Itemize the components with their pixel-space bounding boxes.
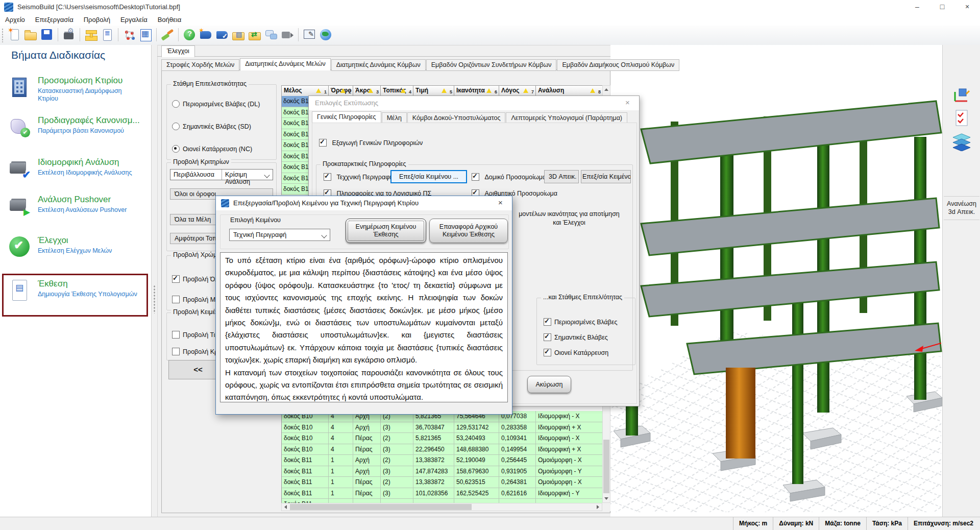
- table-row[interactable]: δοκός B111Πέρας(2)13,38387250,6235150,26…: [282, 477, 603, 488]
- table-row-clipped[interactable]: δοκός B1: [282, 118, 309, 129]
- sync-folder-icon[interactable]: [247, 27, 262, 42]
- new-project-icon[interactable]: [7, 27, 22, 42]
- edit-text-button[interactable]: Επεξ/σία Κειμένου ...: [390, 170, 467, 183]
- performance-radio-3[interactable]: Οιονεί Κατάρρευση (NC): [172, 144, 252, 152]
- sidebar-step-4[interactable]: Ανάλυση PushoverΕκτέλεση Αναλύσεων Pusho…: [8, 195, 145, 222]
- scroll-up-icon[interactable]: [603, 86, 610, 93]
- 3d-view-button[interactable]: 3D Απεικ. ...: [544, 170, 579, 183]
- sidebar-step-1[interactable]: Προσομοίωση ΚτιρίουΚατασκευαστική Διαμόρ…: [8, 76, 145, 103]
- cancel-button[interactable]: Ακύρωση: [527, 376, 571, 393]
- menu-item-view[interactable]: Προβολή: [79, 14, 115, 26]
- close-icon[interactable]: ×: [489, 196, 512, 210]
- tab-4[interactable]: Εμβαδόν Οριζόντιων Συνδετήρων Κόμβων: [426, 59, 557, 71]
- table-row-clipped[interactable]: δοκός B1: [282, 129, 309, 140]
- scroll-down-icon[interactable]: [603, 495, 610, 502]
- minimize-button[interactable]: –: [905, 0, 929, 14]
- table-row-clipped[interactable]: δοκός B1: [282, 184, 309, 195]
- save-project-icon[interactable]: [39, 27, 55, 42]
- section-editor-icon[interactable]: [83, 27, 99, 42]
- level-checkbox-3[interactable]: Οιονεί Κατάρρευση: [544, 348, 608, 356]
- print-tab-3[interactable]: Κόμβοι Δοκού-Υποστυλώματος: [407, 112, 506, 124]
- print-tab-2[interactable]: Μέλη: [382, 112, 407, 124]
- table-row[interactable]: δοκός B111Πέρας(3)101,028356162,5254250,…: [282, 488, 603, 499]
- column-header-6[interactable]: Ικανότητα6: [454, 86, 499, 96]
- update-report-text-button[interactable]: Ενημέρωση Κειμένου Έκθεσης: [346, 219, 426, 243]
- table-row[interactable]: δοκός B111Αρχή(3)147,874283158,6796300,9…: [282, 466, 603, 477]
- sidebar-step-3[interactable]: Ιδιομορφική ΑνάλυσηΕκτέλεση Ιδιομορφικής…: [8, 157, 145, 185]
- project-folder-icon[interactable]: [231, 27, 246, 42]
- table-row-clipped[interactable]: δοκός B1: [282, 140, 309, 151]
- video-icon[interactable]: [280, 27, 295, 42]
- screenshot-editor-icon[interactable]: [302, 27, 317, 42]
- layers-icon[interactable]: [952, 133, 971, 151]
- table-row-clipped[interactable]: δοκός B1: [282, 151, 309, 162]
- open-project-icon[interactable]: [23, 27, 38, 42]
- table-row-clipped[interactable]: δοκός B1: [282, 173, 309, 184]
- paintbrush-icon[interactable]: [160, 27, 175, 42]
- tab-3[interactable]: Διατμητικές Δυνάμεις Κόμβων: [331, 59, 426, 71]
- sidebar-step-6[interactable]: ΈκθεσηΔημιουργία Έκθεσης Υπολογισμών: [8, 279, 145, 306]
- tab-checks[interactable]: Έλεγχοι: [161, 45, 195, 57]
- table-row-clipped[interactable]: δοκός B1: [282, 96, 309, 107]
- scroll-left-icon[interactable]: [282, 503, 289, 511]
- vertical-scroll-thumb[interactable]: [603, 440, 609, 493]
- table-row[interactable]: δοκός B111Αρχή(2)13,38387252,1900490,256…: [282, 455, 603, 466]
- menu-item-tools[interactable]: Εργαλεία: [115, 14, 153, 26]
- column-header-8[interactable]: Ανάλυση8: [536, 86, 603, 96]
- building-description-textarea[interactable]: Το υπό εξέταση κτίριο είναι ένα {αριθμός…: [220, 252, 508, 402]
- column-header-1[interactable]: Μέλος1: [282, 86, 329, 96]
- column-header-4[interactable]: Τοπικός4: [381, 86, 413, 96]
- model-3d-icon[interactable]: [121, 27, 137, 42]
- checks-list-icon[interactable]: [952, 109, 971, 128]
- tutorial-book-icon[interactable]: [198, 27, 213, 42]
- menu-item-edit[interactable]: Επεξεργασία: [30, 14, 79, 26]
- menu-item-file[interactable]: Αρχείο: [0, 14, 30, 26]
- column-header-2[interactable]: Όροφο2: [329, 86, 353, 96]
- table-row[interactable]: δοκός B104Πέρας(3)22,296450148,6883800,1…: [282, 444, 603, 455]
- print-tab-4[interactable]: Λεπτομερείς Υπολογισμοί (Παράρτημα): [506, 112, 627, 124]
- tab-2[interactable]: Διατμητικές Δυνάμεις Μελών: [240, 58, 331, 71]
- text-selection-combobox[interactable]: Τεχνική Περιγραφή: [229, 229, 330, 241]
- column-header-3[interactable]: Άκρο3: [353, 86, 381, 96]
- tab-5[interactable]: Εμβαδόν Διαμήκους Οπλισμού Κόμβων: [557, 59, 679, 71]
- table-row-clipped[interactable]: δοκός B1: [282, 162, 309, 173]
- checks-book-icon[interactable]: [214, 27, 230, 42]
- structural-model-checkbox[interactable]: Δομικό Προσομοίωμα: [472, 172, 546, 180]
- export-general-info-checkbox[interactable]: Εξαγωγή Γενικών Πληροφοριών: [319, 138, 423, 146]
- column-header-7[interactable]: Λόγος7: [499, 86, 536, 96]
- level-checkbox-2[interactable]: Σημαντικές Βλάβες: [544, 332, 608, 341]
- 3d-axes-icon[interactable]: [952, 86, 971, 104]
- comments-icon[interactable]: [263, 27, 279, 42]
- edit-text-button-2[interactable]: Επεξ/σία Κειμένου ...: [581, 170, 631, 183]
- performance-radio-2[interactable]: Σημαντικές Βλάβες (SD): [172, 122, 251, 130]
- column-header-5[interactable]: Τιμή5: [413, 86, 454, 96]
- performance-radio-1[interactable]: Περιορισμένες Βλάβες (DL): [172, 99, 260, 107]
- sidebar-step-5[interactable]: ΈλεγχοιΕκτέλεση Ελέγχων Μελών: [8, 235, 145, 263]
- close-button[interactable]: ×: [955, 0, 979, 14]
- tab-1[interactable]: Στροφές Χορδής Μελών: [161, 59, 239, 71]
- scroll-right-icon[interactable]: [594, 503, 601, 511]
- horizontal-scrollbar[interactable]: [281, 503, 602, 511]
- table-row[interactable]: δοκός B104Αρχή(3)36,703847129,5317420,28…: [282, 422, 603, 433]
- calculator-icon[interactable]: [138, 27, 153, 42]
- horizontal-scroll-thumb[interactable]: [290, 504, 472, 510]
- report-document-icon[interactable]: [100, 27, 115, 42]
- level-checkbox-1[interactable]: Περιορισμένες Βλάβες: [544, 317, 618, 325]
- refresh-3d-label[interactable]: Ανανέωση: [943, 200, 980, 207]
- 3d-viewport[interactable]: [610, 45, 942, 517]
- building-3d-model[interactable]: [610, 45, 942, 517]
- close-icon[interactable]: ×: [616, 96, 639, 110]
- refresh-3d-label-2[interactable]: 3d Απεικ.: [943, 208, 980, 215]
- sidebar-step-2[interactable]: Προδιαγραφές Κανονισμ...Παράμετροι βάσει…: [8, 115, 145, 143]
- maximize-button[interactable]: □: [930, 0, 954, 14]
- table-row[interactable]: δοκός B104Πέρας(2)5,82136553,2404930,109…: [282, 433, 603, 444]
- processor-settings-icon[interactable]: [61, 27, 77, 42]
- web-globe-icon[interactable]: [318, 27, 333, 42]
- table-row[interactable]: δοκός B11: [282, 499, 603, 503]
- table-row-clipped[interactable]: δοκός B1: [282, 107, 309, 118]
- print-tab-1[interactable]: Γενικές Πληροφορίες: [312, 111, 381, 124]
- menu-item-help[interactable]: Βοήθεια: [153, 14, 187, 26]
- criteria-combobox[interactable]: Περιβάλλουσα Κρίσιμη Ανάλυση: [170, 169, 273, 180]
- panel-splitter[interactable]: [152, 45, 158, 517]
- help-icon[interactable]: [182, 27, 197, 42]
